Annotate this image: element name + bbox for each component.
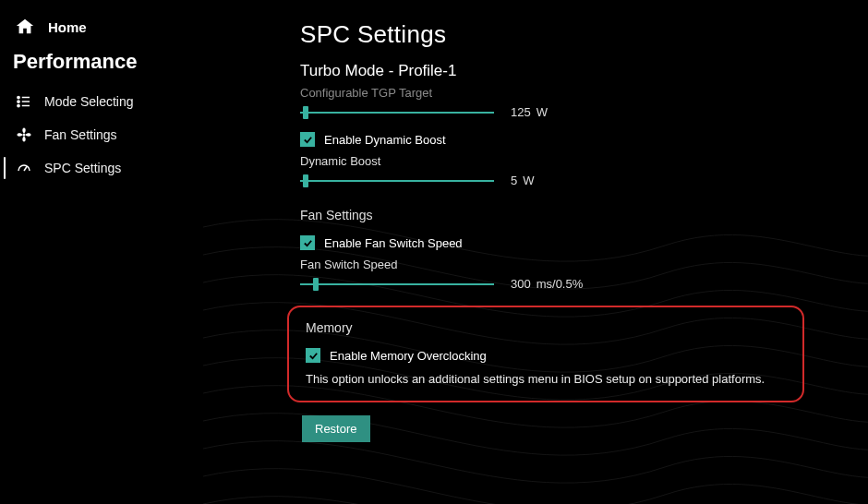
dynamic-boost-label: Dynamic Boost (300, 154, 850, 168)
fan-switch-speed-label: Fan Switch Speed (300, 258, 850, 271)
checkmark-icon (300, 235, 315, 250)
memory-heading: Memory (306, 320, 786, 335)
fan-icon (15, 126, 33, 143)
checkbox-label: Enable Memory Overclocking (330, 349, 487, 363)
fan-switch-speed-value: 300 ms/0.5% (511, 277, 583, 291)
sidebar-item-label: Fan Settings (44, 127, 117, 142)
home-link[interactable]: Home (13, 17, 217, 37)
svg-line-7 (24, 167, 27, 172)
page-title: SPC Settings (300, 20, 850, 49)
sidebar-item-label: Mode Selecting (44, 94, 134, 109)
fan-settings-heading: Fan Settings (300, 208, 850, 222)
home-icon (15, 17, 35, 37)
tgp-label: Configurable TGP Target (300, 86, 850, 100)
sidebar-nav: Mode Selecting Fan Settings SPC Settings (13, 85, 217, 185)
enable-fan-switch-speed-checkbox[interactable]: Enable Fan Switch Speed (300, 235, 850, 250)
memory-description: This option unlocks an additional settin… (306, 372, 786, 386)
main-panel: SPC Settings Turbo Mode - Profile-1 Conf… (217, 0, 868, 504)
checkbox-label: Enable Fan Switch Speed (324, 236, 463, 250)
tgp-value: 125 W (511, 105, 548, 119)
sidebar-item-spc-settings[interactable]: SPC Settings (13, 151, 217, 185)
enable-dynamic-boost-checkbox[interactable]: Enable Dynamic Boost (300, 132, 850, 147)
sidebar-item-fan-settings[interactable]: Fan Settings (13, 118, 217, 151)
tgp-slider[interactable] (300, 106, 494, 119)
checkbox-label: Enable Dynamic Boost (324, 133, 446, 147)
enable-memory-overclocking-checkbox[interactable]: Enable Memory Overclocking (306, 348, 786, 363)
memory-highlight-box: Memory Enable Memory Overclocking This o… (287, 306, 804, 402)
dynamic-boost-slider[interactable] (300, 174, 494, 187)
svg-point-6 (23, 134, 26, 137)
restore-button[interactable]: Restore (302, 415, 370, 442)
checkmark-icon (300, 132, 315, 147)
svg-point-2 (18, 101, 19, 102)
svg-point-4 (18, 104, 19, 106)
sidebar-item-mode-selecting[interactable]: Mode Selecting (13, 85, 217, 118)
sidebar: Home Performance Mode Selecting Fan Sett… (0, 0, 217, 504)
profile-title: Turbo Mode - Profile-1 (300, 62, 850, 80)
dynamic-boost-value: 5 W (511, 174, 535, 187)
fan-switch-speed-slider[interactable] (300, 278, 494, 291)
gauge-icon (15, 160, 33, 176)
list-icon (15, 93, 33, 110)
svg-point-0 (18, 96, 19, 98)
sidebar-section-title: Performance (13, 50, 217, 74)
sidebar-item-label: SPC Settings (44, 161, 121, 175)
home-label: Home (48, 19, 87, 35)
checkmark-icon (306, 348, 320, 363)
